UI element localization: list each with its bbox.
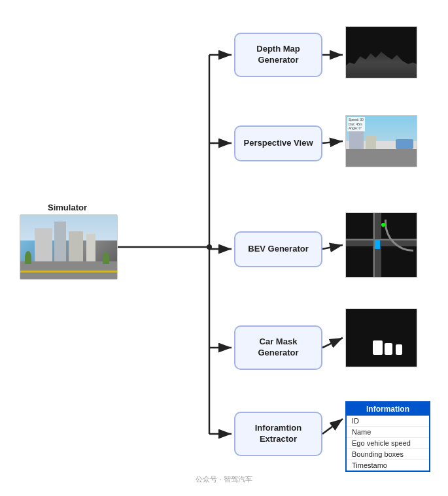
simulator-label: Simulator xyxy=(25,203,110,212)
info-row-ego-speed: Ego vehicle speed xyxy=(347,438,429,449)
information-extractor-box: InforamtionExtractor xyxy=(234,412,322,456)
watermark: 公众号 · 智驾汽车 xyxy=(196,474,252,484)
svg-point-8 xyxy=(207,244,212,250)
perspective-overlay-text: Speed: 30Dist: 45mAngle: 0° xyxy=(347,117,365,131)
car-mask-output xyxy=(345,308,417,367)
depth-map-output xyxy=(345,26,417,78)
car-mask-generator-label: Car MaskGenerator xyxy=(258,337,298,359)
bev-generator-label: BEV Generator xyxy=(248,244,308,255)
car-mask-generator-box: Car MaskGenerator xyxy=(234,325,322,370)
info-table-header: Information xyxy=(347,403,429,416)
svg-line-10 xyxy=(322,141,343,143)
information-table: Information ID Name Ego vehicle speed Bo… xyxy=(345,401,430,472)
perspective-view-output: Speed: 30Dist: 45mAngle: 0° xyxy=(345,115,417,167)
depth-map-generator-label: Depth MapGenerator xyxy=(256,44,300,66)
info-row-name: Name xyxy=(347,427,429,438)
diagram-container: Simulator Depth MapGenerator Perspective… xyxy=(0,0,448,496)
bev-generator-box: BEV Generator xyxy=(234,231,322,267)
information-extractor-label: InforamtionExtractor xyxy=(255,423,302,445)
perspective-view-box: Perspective View xyxy=(234,125,322,161)
info-row-bounding-boxes: Bounding boxes xyxy=(347,449,429,460)
svg-line-13 xyxy=(322,419,343,434)
perspective-view-label: Perspective View xyxy=(244,138,313,149)
svg-line-12 xyxy=(322,338,343,348)
svg-line-11 xyxy=(322,245,343,249)
bev-output xyxy=(345,212,417,278)
info-row-timestamp: Timestamo xyxy=(347,460,429,471)
depth-map-generator-box: Depth MapGenerator xyxy=(234,33,322,77)
simulator-image xyxy=(20,214,118,280)
info-row-id: ID xyxy=(347,416,429,427)
